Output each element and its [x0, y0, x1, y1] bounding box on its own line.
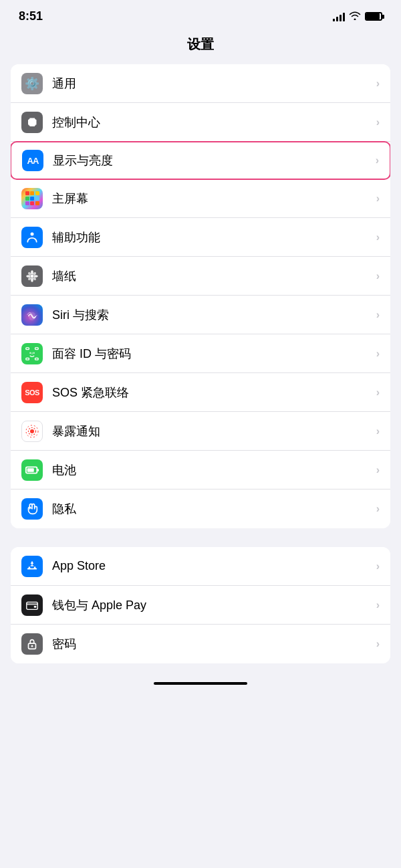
- grid-icon: [21, 188, 43, 209]
- chevron-icon: ›: [376, 387, 380, 399]
- item-label-general: 通用: [52, 76, 376, 92]
- exposure-icon: [21, 421, 43, 442]
- status-icons: [333, 11, 382, 22]
- chevron-icon: ›: [376, 599, 380, 611]
- svg-rect-20: [27, 468, 34, 472]
- page-title: 设置: [0, 29, 401, 64]
- person-icon: [21, 227, 43, 248]
- item-label-sos: SOS 紧急联络: [52, 385, 376, 401]
- item-label-battery: 电池: [52, 462, 376, 478]
- toggle-icon: ⏺: [21, 112, 43, 133]
- chevron-icon: ›: [376, 464, 380, 476]
- settings-item-control-center[interactable]: ⏺ 控制中心 ›: [11, 103, 390, 142]
- svg-rect-23: [27, 602, 38, 609]
- chevron-icon: ›: [376, 231, 380, 243]
- chevron-icon: ›: [376, 193, 380, 205]
- svg-point-15: [30, 429, 34, 433]
- svg-point-4: [26, 275, 30, 278]
- settings-item-home-screen[interactable]: 主屏幕 ›: [11, 179, 390, 218]
- svg-rect-12: [35, 347, 39, 349]
- settings-group-apps: App Store › 钱包与 Apple Pay › 密码 ›: [11, 547, 390, 663]
- settings-item-wallet[interactable]: 钱包与 Apple Pay ›: [11, 586, 390, 625]
- chevron-icon: ›: [376, 270, 380, 282]
- settings-item-wallpaper[interactable]: 墙纸 ›: [11, 257, 390, 296]
- svg-point-5: [33, 275, 37, 278]
- chevron-icon: ›: [376, 503, 380, 515]
- chevron-icon: ›: [376, 425, 380, 437]
- settings-item-siri[interactable]: Siri 与搜索 ›: [11, 296, 390, 334]
- battery-icon: [365, 12, 382, 21]
- item-label-wallpaper: 墙纸: [52, 268, 376, 284]
- battery-setting-icon: [21, 459, 43, 481]
- item-label-face-id: 面容 ID 与密码: [52, 346, 376, 362]
- aa-icon: AA: [22, 150, 43, 171]
- svg-point-1: [31, 274, 34, 278]
- status-time: 8:51: [19, 9, 43, 23]
- settings-item-display[interactable]: AA 显示与亮度 ›: [11, 141, 390, 180]
- chevron-icon: ›: [376, 309, 380, 321]
- item-label-display: 显示与亮度: [53, 152, 376, 169]
- item-label-siri: Siri 与搜索: [52, 307, 376, 323]
- sos-icon: SOS: [21, 382, 43, 403]
- settings-group-general: ⚙️ 通用 › ⏺ 控制中心 › AA 显示与亮度 ›: [11, 64, 390, 528]
- item-label-app-store: App Store: [52, 559, 376, 573]
- chevron-icon: ›: [376, 116, 380, 128]
- item-label-wallet: 钱包与 Apple Pay: [52, 597, 376, 613]
- item-label-password: 密码: [52, 636, 376, 652]
- svg-rect-19: [37, 469, 39, 471]
- svg-point-2: [31, 270, 33, 274]
- item-label-home-screen: 主屏幕: [52, 191, 376, 207]
- svg-point-3: [31, 278, 33, 282]
- settings-item-face-id[interactable]: 面容 ID 与密码 ›: [11, 334, 390, 373]
- item-label-accessibility: 辅助功能: [52, 229, 376, 245]
- svg-rect-13: [26, 358, 29, 360]
- svg-point-27: [31, 645, 33, 647]
- chevron-icon: ›: [376, 348, 380, 360]
- status-bar: 8:51: [0, 0, 401, 29]
- settings-item-general[interactable]: ⚙️ 通用 ›: [11, 64, 390, 103]
- settings-item-accessibility[interactable]: 辅助功能 ›: [11, 218, 390, 257]
- svg-rect-25: [34, 605, 37, 607]
- item-label-exposure: 暴露通知: [52, 423, 376, 439]
- flower-icon: [21, 265, 43, 287]
- gear-icon: ⚙️: [21, 73, 43, 94]
- settings-item-password[interactable]: 密码 ›: [11, 625, 390, 663]
- chevron-icon: ›: [376, 154, 379, 167]
- item-label-privacy: 隐私: [52, 501, 376, 517]
- svg-rect-11: [26, 347, 29, 349]
- hand-icon: [21, 498, 43, 520]
- face-id-icon: [21, 343, 43, 364]
- password-icon: [21, 633, 43, 655]
- chevron-icon: ›: [376, 638, 380, 650]
- signal-icon: [333, 12, 345, 21]
- settings-item-sos[interactable]: SOS SOS 紧急联络 ›: [11, 373, 390, 412]
- svg-rect-14: [35, 358, 39, 360]
- app-store-icon: [21, 556, 43, 577]
- siri-icon: [21, 304, 43, 326]
- settings-item-app-store[interactable]: App Store ›: [11, 547, 390, 586]
- svg-point-0: [31, 232, 34, 235]
- chevron-icon: ›: [376, 560, 380, 572]
- wifi-icon: [349, 11, 361, 22]
- item-label-control-center: 控制中心: [52, 114, 376, 130]
- settings-item-battery[interactable]: 电池 ›: [11, 451, 390, 490]
- settings-item-exposure[interactable]: 暴露通知 ›: [11, 412, 390, 451]
- wallet-icon: [21, 594, 43, 616]
- settings-item-privacy[interactable]: 隐私 ›: [11, 490, 390, 528]
- chevron-icon: ›: [376, 78, 380, 90]
- home-indicator: [154, 682, 247, 685]
